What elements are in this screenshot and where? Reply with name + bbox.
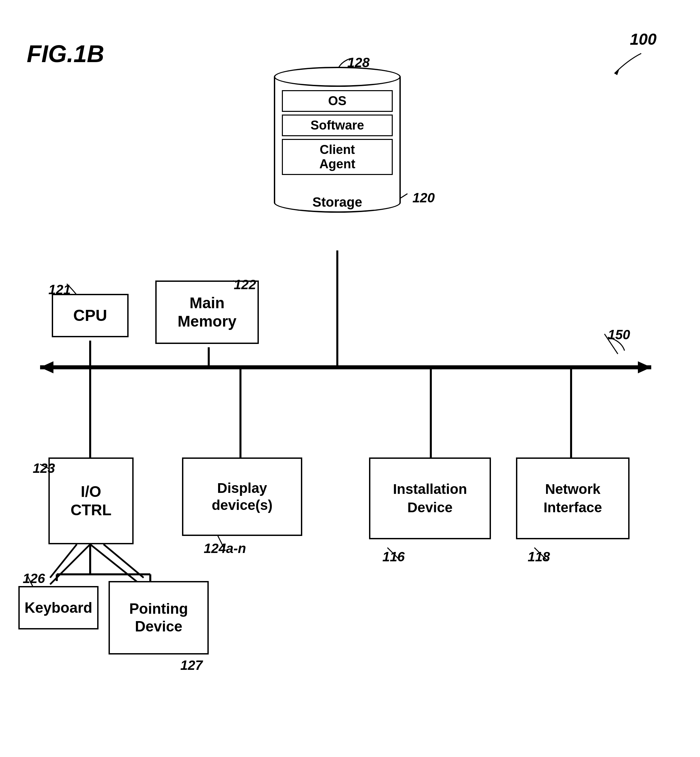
ref-124a-n: 124a-n (204, 541, 246, 556)
ref-121: 121 (48, 282, 71, 297)
storage-label: Storage (275, 195, 399, 210)
ref-116: 116 (383, 549, 405, 564)
svg-marker-3 (638, 361, 651, 373)
ref-123: 123 (33, 461, 55, 476)
ref-150: 150 (608, 327, 630, 342)
client-agent-box: ClientAgent (282, 139, 393, 175)
svg-line-15 (50, 544, 77, 578)
cylinder-top (274, 67, 401, 87)
os-box: OS (282, 90, 393, 112)
installation-device-box: InstallationDevice (369, 457, 491, 539)
figure-title: FIG.1B (27, 40, 104, 67)
network-interface-box: NetworkInterface (516, 457, 630, 539)
svg-line-17 (50, 544, 90, 584)
io-ctrl-box: I/OCTRL (48, 457, 134, 544)
ref-126: 126 (23, 571, 45, 586)
diagram-container: FIG.1B 100 (0, 0, 700, 757)
keyboard-box: Keyboard (18, 586, 98, 629)
svg-line-18 (90, 544, 140, 584)
ref-120: 120 (412, 190, 435, 205)
storage-cylinder: OS Software ClientAgent Storage (274, 67, 401, 213)
ref-127: 127 (180, 658, 203, 673)
svg-marker-2 (40, 361, 53, 373)
svg-line-16 (103, 544, 144, 578)
svg-marker-0 (614, 69, 620, 75)
display-device-box: Displaydevice(s) (182, 457, 302, 536)
cylinder-body: OS Software ClientAgent (274, 77, 401, 194)
ref-100-label: 100 (630, 30, 656, 48)
cpu-box: CPU (52, 294, 128, 337)
ref-118: 118 (528, 549, 550, 564)
pointing-device-box: PointingDevice (109, 581, 209, 654)
software-box: Software (282, 114, 393, 136)
ref-122: 122 (234, 277, 256, 292)
